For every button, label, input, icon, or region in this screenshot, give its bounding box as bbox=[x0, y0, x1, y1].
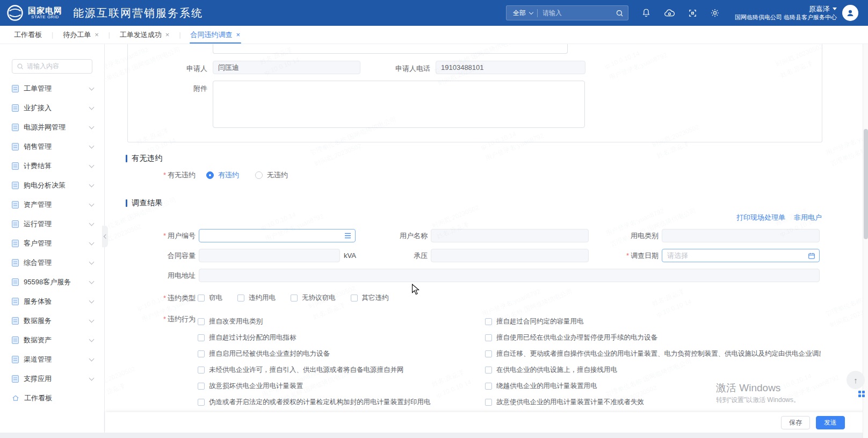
cloud-icon[interactable] bbox=[664, 8, 675, 18]
radio-option-1[interactable]: 有违约 bbox=[206, 170, 239, 180]
calendar-icon[interactable] bbox=[808, 252, 815, 260]
sidebar-item-5[interactable]: 计费结算 bbox=[0, 156, 104, 176]
back-to-top-button[interactable]: ↑ bbox=[847, 371, 865, 389]
save-button[interactable]: 保存 bbox=[781, 416, 810, 429]
truncated-input[interactable] bbox=[213, 44, 568, 54]
page-title: 能源互联网营销服务系统 bbox=[73, 6, 203, 20]
search-scope-select[interactable]: 全部 bbox=[507, 9, 537, 18]
chevron-down-icon bbox=[89, 356, 95, 361]
breach-type-checkbox-1[interactable]: 窃电 bbox=[198, 293, 222, 303]
checkbox-label: 违约用电 bbox=[249, 293, 276, 303]
checkbox-label: 绕越供电企业的用电计量装置用电 bbox=[496, 382, 597, 391]
tab-close-icon[interactable]: × bbox=[236, 31, 241, 38]
breach-type-checkbox-3[interactable]: 无协议窃电 bbox=[291, 293, 336, 303]
tab-close-icon[interactable]: × bbox=[165, 31, 170, 38]
sidebar-item-13[interactable]: 数据服务 bbox=[0, 311, 104, 331]
sidebar-item-label: 业扩接入 bbox=[24, 103, 85, 113]
checkbox-icon bbox=[485, 350, 492, 357]
elec-category-input[interactable] bbox=[662, 229, 820, 242]
applicant-phone-input[interactable] bbox=[436, 61, 585, 74]
sidebar-item-label: 95598客户服务 bbox=[24, 277, 85, 287]
elec-address-input[interactable] bbox=[199, 269, 820, 282]
search-input[interactable]: 请输入 bbox=[538, 9, 616, 18]
radio-unchecked-icon bbox=[255, 171, 263, 179]
user-no-input[interactable] bbox=[199, 229, 356, 242]
sidebar-item-15[interactable]: 渠道管理 bbox=[0, 350, 104, 369]
checkbox-icon bbox=[291, 295, 298, 301]
sidebar-item-3[interactable]: 电源并网管理 bbox=[0, 118, 104, 137]
widget-grid-icon[interactable] bbox=[858, 391, 865, 397]
sidebar-item-10[interactable]: 综合管理 bbox=[0, 253, 104, 272]
breach-types-label: *违约类型 bbox=[117, 293, 198, 303]
attachment-area[interactable] bbox=[213, 81, 585, 128]
tab-4[interactable]: 合同违约调查× bbox=[187, 26, 244, 44]
sidebar-item-11[interactable]: 95598客户服务 bbox=[0, 272, 104, 292]
sidebar-search-input[interactable]: 请输入内容 bbox=[12, 59, 92, 74]
tab-1[interactable]: 工作看板 bbox=[11, 26, 45, 44]
tab-2[interactable]: 待办工单× bbox=[60, 26, 102, 44]
behavior-checkbox-left-1[interactable]: 擅自改变用电类别 bbox=[198, 313, 485, 329]
scrollbar-thumb[interactable] bbox=[864, 129, 868, 239]
user-menu[interactable]: 原嘉泽 国网临猗供电公司 临猗县客户服务中心 bbox=[735, 4, 837, 21]
breach-type-checkbox-4[interactable]: 其它违约 bbox=[351, 293, 389, 303]
behavior-checkbox-right-1[interactable]: 擅自超过合同约定的容量用电 bbox=[485, 313, 821, 329]
behavior-checkbox-right-4[interactable]: 在供电企业的供电设施上，擅自接线用电 bbox=[485, 362, 821, 378]
list-select-icon[interactable] bbox=[344, 233, 351, 239]
sidebar-item-17[interactable]: 工作看板 bbox=[0, 389, 104, 408]
behavior-checkbox-left-4[interactable]: 未经供电企业许可，擅自引入、供出电源或者将自备电源擅自并网 bbox=[198, 362, 485, 378]
search-icon[interactable] bbox=[616, 9, 628, 17]
footer-action-bar: 保存 发送 bbox=[105, 412, 868, 433]
sidebar-item-14[interactable]: 数据资产 bbox=[0, 331, 104, 350]
send-button[interactable]: 发送 bbox=[816, 416, 845, 429]
sidebar-item-9[interactable]: 客户管理 bbox=[0, 234, 104, 253]
radio-option-2[interactable]: 无违约 bbox=[255, 170, 288, 180]
non-electricity-user-link[interactable]: 非用电户 bbox=[794, 213, 822, 222]
behavior-checkbox-right-2[interactable]: 擅自使用已经在供电企业办理暂停使用手续的电力设备 bbox=[485, 329, 821, 346]
checkbox-icon bbox=[198, 295, 205, 301]
tab-label: 待办工单 bbox=[63, 30, 91, 40]
sidebar-item-4[interactable]: 销售管理 bbox=[0, 137, 104, 156]
search-scope-value: 全部 bbox=[513, 9, 526, 18]
scan-fullscreen-icon[interactable] bbox=[688, 9, 697, 18]
sidebar-item-label: 数据资产 bbox=[24, 335, 85, 345]
sidebar-item-16[interactable]: 支撑应用 bbox=[0, 369, 104, 389]
checkbox-icon bbox=[485, 334, 492, 341]
tab-separator: | bbox=[52, 31, 53, 39]
tab-close-icon[interactable]: × bbox=[95, 31, 99, 38]
sidebar-item-1[interactable]: 工单管理 bbox=[0, 79, 104, 98]
checkbox-label: 窃电 bbox=[209, 293, 222, 303]
sidebar-item-6[interactable]: 购电分析决策 bbox=[0, 176, 104, 195]
sidebar-item-12[interactable]: 服务体验 bbox=[0, 292, 104, 311]
avatar[interactable] bbox=[842, 5, 858, 21]
print-site-form-link[interactable]: 打印现场处理单 bbox=[736, 213, 785, 222]
user-no-label: *用户编号 bbox=[117, 231, 198, 241]
tab-3[interactable]: 工单发送成功× bbox=[117, 26, 173, 44]
voltage-input[interactable] bbox=[431, 249, 589, 262]
checkbox-label: 擅自超过计划分配的用电指标 bbox=[209, 333, 296, 342]
capacity-unit: kVA bbox=[344, 252, 356, 260]
applicant-input[interactable] bbox=[213, 61, 360, 74]
breach-type-checkbox-2[interactable]: 违约用电 bbox=[237, 293, 276, 303]
applicant-phone-label: 申请人电话 bbox=[359, 64, 430, 74]
sidebar-item-8[interactable]: 运行管理 bbox=[0, 214, 104, 234]
tab-separator: | bbox=[108, 31, 110, 39]
behavior-checkbox-left-3[interactable]: 擅自启用已经被供电企业查封的电力设备 bbox=[198, 346, 485, 362]
breach-behaviors-label: *违约行为 bbox=[117, 313, 198, 324]
sidebar-item-7[interactable]: 资产管理 bbox=[0, 195, 104, 214]
behavior-checkbox-left-5[interactable]: 故意损坏供电企业用电计量装置 bbox=[198, 378, 485, 394]
behavior-checkbox-left-6[interactable]: 伪造或者开启法定的或者授权的计量检定机构加封的用电计量装置封印用电 bbox=[198, 394, 485, 410]
behavior-checkbox-left-2[interactable]: 擅自超过计划分配的用电指标 bbox=[198, 329, 485, 346]
chevron-down-icon bbox=[89, 278, 95, 284]
survey-date-input[interactable] bbox=[662, 249, 820, 262]
sidebar-item-2[interactable]: 业扩接入 bbox=[0, 98, 104, 118]
contract-capacity-input[interactable] bbox=[199, 249, 340, 262]
breach-options: 有违约无违约 bbox=[198, 170, 288, 180]
bottom-strip bbox=[0, 433, 868, 438]
chevron-down-icon bbox=[89, 162, 95, 168]
user-name-input[interactable] bbox=[431, 229, 589, 242]
checkbox-label: 擅自超过合同约定的容量用电 bbox=[496, 317, 584, 326]
behavior-checkbox-right-3[interactable]: 擅自迁移、更动或者擅自操作供电企业的用电计量装置、电力负荷控制装置、供电设施以及… bbox=[485, 346, 821, 362]
sidebar-collapse-handle[interactable] bbox=[102, 226, 108, 247]
notification-bell-icon[interactable] bbox=[641, 8, 651, 18]
gear-icon[interactable] bbox=[710, 8, 720, 18]
